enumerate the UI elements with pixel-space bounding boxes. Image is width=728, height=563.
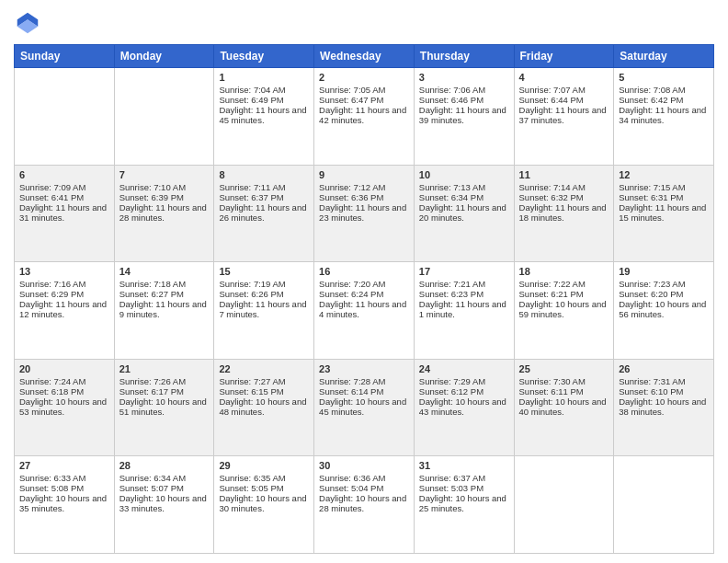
cell-content: Daylight: 10 hours and 51 minutes. <box>119 396 210 417</box>
logo-icon <box>14 9 41 37</box>
calendar-week-2: 6Sunrise: 7:09 AMSunset: 6:41 PMDaylight… <box>15 165 714 262</box>
calendar-header: SundayMondayTuesdayWednesdayThursdayFrid… <box>15 45 714 68</box>
cell-content: Sunset: 6:26 PM <box>219 289 309 299</box>
calendar-cell: 27Sunrise: 6:33 AMSunset: 5:08 PMDayligh… <box>15 456 115 554</box>
cell-content: Daylight: 11 hours and 1 minute. <box>419 299 509 319</box>
weekday-header-tuesday: Tuesday <box>214 45 314 68</box>
calendar-cell: 23Sunrise: 7:28 AMSunset: 6:14 PMDayligh… <box>314 359 415 456</box>
cell-content: Sunset: 6:18 PM <box>19 386 109 396</box>
cell-content: Sunrise: 7:11 AM <box>219 182 309 192</box>
day-number: 7 <box>119 169 210 180</box>
cell-content: Sunset: 6:20 PM <box>619 289 709 299</box>
cell-content: Daylight: 10 hours and 33 minutes. <box>119 493 210 513</box>
day-number: 19 <box>619 266 709 277</box>
calendar-week-1: 1Sunrise: 7:04 AMSunset: 6:49 PMDaylight… <box>15 68 714 166</box>
day-number: 29 <box>219 460 309 471</box>
cell-content: Sunrise: 7:12 AM <box>319 182 409 192</box>
calendar-cell: 17Sunrise: 7:21 AMSunset: 6:23 PMDayligh… <box>414 262 514 360</box>
cell-content: Sunrise: 7:20 AM <box>319 279 409 289</box>
cell-content: Sunrise: 7:05 AM <box>319 85 409 95</box>
calendar-cell: 19Sunrise: 7:23 AMSunset: 6:20 PMDayligh… <box>614 262 714 360</box>
day-number: 26 <box>619 363 709 374</box>
cell-content: Sunset: 6:21 PM <box>519 289 609 299</box>
cell-content: Sunset: 6:42 PM <box>619 95 709 105</box>
calendar-cell <box>514 456 614 554</box>
cell-content: Sunrise: 7:10 AM <box>119 182 210 192</box>
day-number: 14 <box>119 266 210 277</box>
cell-content: Sunset: 6:34 PM <box>419 192 509 202</box>
cell-content: Daylight: 10 hours and 40 minutes. <box>519 396 609 417</box>
cell-content: Sunset: 6:44 PM <box>519 95 609 105</box>
day-number: 12 <box>619 169 709 180</box>
cell-content: Daylight: 11 hours and 12 minutes. <box>19 299 109 319</box>
day-number: 9 <box>319 169 409 180</box>
cell-content: Sunrise: 7:19 AM <box>219 279 309 289</box>
weekday-header-thursday: Thursday <box>414 45 514 68</box>
cell-content: Daylight: 11 hours and 45 minutes. <box>219 105 309 125</box>
cell-content: Sunset: 6:12 PM <box>419 386 509 396</box>
calendar-cell <box>15 68 115 166</box>
cell-content: Daylight: 10 hours and 48 minutes. <box>219 396 309 417</box>
cell-content: Sunrise: 7:08 AM <box>619 85 709 95</box>
weekday-header-saturday: Saturday <box>614 45 714 68</box>
cell-content: Sunrise: 7:18 AM <box>119 279 210 289</box>
cell-content: Sunset: 6:41 PM <box>19 192 109 202</box>
day-number: 8 <box>219 169 309 180</box>
cell-content: Sunrise: 7:15 AM <box>619 182 709 192</box>
cell-content: Sunrise: 6:35 AM <box>219 473 309 483</box>
weekday-row: SundayMondayTuesdayWednesdayThursdayFrid… <box>15 45 714 68</box>
cell-content: Daylight: 11 hours and 37 minutes. <box>519 105 609 125</box>
cell-content: Sunset: 6:29 PM <box>19 289 109 299</box>
cell-content: Daylight: 11 hours and 15 minutes. <box>619 202 709 223</box>
calendar-cell: 21Sunrise: 7:26 AMSunset: 6:17 PMDayligh… <box>114 359 214 456</box>
day-number: 6 <box>19 169 109 180</box>
cell-content: Sunrise: 7:28 AM <box>319 376 409 386</box>
cell-content: Daylight: 10 hours and 30 minutes. <box>219 493 309 513</box>
logo <box>14 9 45 37</box>
calendar-cell: 8Sunrise: 7:11 AMSunset: 6:37 PMDaylight… <box>214 165 314 262</box>
cell-content: Sunrise: 7:31 AM <box>619 376 709 386</box>
calendar-cell: 7Sunrise: 7:10 AMSunset: 6:39 PMDaylight… <box>114 165 214 262</box>
calendar-cell: 24Sunrise: 7:29 AMSunset: 6:12 PMDayligh… <box>414 359 514 456</box>
day-number: 17 <box>419 266 509 277</box>
calendar-cell: 15Sunrise: 7:19 AMSunset: 6:26 PMDayligh… <box>214 262 314 360</box>
calendar-cell: 5Sunrise: 7:08 AMSunset: 6:42 PMDaylight… <box>614 68 714 166</box>
cell-content: Sunrise: 7:29 AM <box>419 376 509 386</box>
calendar-cell: 12Sunrise: 7:15 AMSunset: 6:31 PMDayligh… <box>614 165 714 262</box>
cell-content: Sunset: 6:23 PM <box>419 289 509 299</box>
page: SundayMondayTuesdayWednesdayThursdayFrid… <box>0 0 728 563</box>
cell-content: Daylight: 11 hours and 18 minutes. <box>519 202 609 223</box>
cell-content: Sunset: 5:07 PM <box>119 483 210 493</box>
calendar-cell: 2Sunrise: 7:05 AMSunset: 6:47 PMDaylight… <box>314 68 415 166</box>
cell-content: Sunrise: 7:22 AM <box>519 279 609 289</box>
cell-content: Daylight: 11 hours and 31 minutes. <box>19 202 109 223</box>
cell-content: Daylight: 10 hours and 45 minutes. <box>319 396 409 417</box>
day-number: 22 <box>219 363 309 374</box>
day-number: 15 <box>219 266 309 277</box>
day-number: 1 <box>219 72 309 83</box>
calendar-cell: 29Sunrise: 6:35 AMSunset: 5:05 PMDayligh… <box>214 456 314 554</box>
cell-content: Daylight: 10 hours and 35 minutes. <box>19 493 109 513</box>
calendar-cell: 10Sunrise: 7:13 AMSunset: 6:34 PMDayligh… <box>414 165 514 262</box>
day-number: 5 <box>619 72 709 83</box>
cell-content: Daylight: 11 hours and 42 minutes. <box>319 105 409 125</box>
calendar-cell: 14Sunrise: 7:18 AMSunset: 6:27 PMDayligh… <box>114 262 214 360</box>
calendar-cell: 1Sunrise: 7:04 AMSunset: 6:49 PMDaylight… <box>214 68 314 166</box>
cell-content: Sunrise: 7:16 AM <box>19 279 109 289</box>
day-number: 23 <box>319 363 409 374</box>
weekday-header-wednesday: Wednesday <box>314 45 415 68</box>
cell-content: Daylight: 11 hours and 9 minutes. <box>119 299 210 319</box>
calendar-week-5: 27Sunrise: 6:33 AMSunset: 5:08 PMDayligh… <box>15 456 714 554</box>
cell-content: Sunrise: 6:36 AM <box>319 473 409 483</box>
calendar-cell: 25Sunrise: 7:30 AMSunset: 6:11 PMDayligh… <box>514 359 614 456</box>
calendar-cell: 9Sunrise: 7:12 AMSunset: 6:36 PMDaylight… <box>314 165 415 262</box>
cell-content: Sunrise: 7:26 AM <box>119 376 210 386</box>
day-number: 10 <box>419 169 509 180</box>
cell-content: Daylight: 10 hours and 56 minutes. <box>619 299 709 319</box>
calendar-cell: 6Sunrise: 7:09 AMSunset: 6:41 PMDaylight… <box>15 165 115 262</box>
cell-content: Sunrise: 7:14 AM <box>519 182 609 192</box>
day-number: 28 <box>119 460 210 471</box>
cell-content: Sunset: 6:32 PM <box>519 192 609 202</box>
cell-content: Daylight: 11 hours and 26 minutes. <box>219 202 309 223</box>
cell-content: Sunrise: 7:04 AM <box>219 85 309 95</box>
